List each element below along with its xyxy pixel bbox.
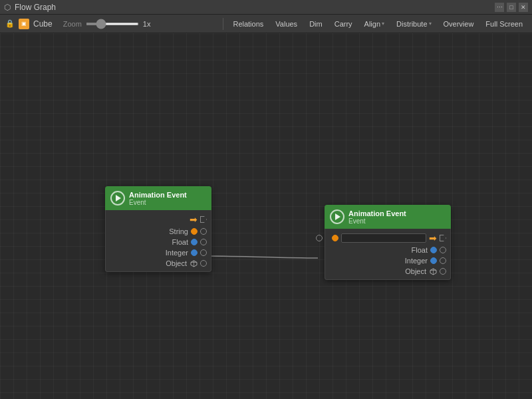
zoom-label: Zoom <box>63 20 82 28</box>
node-1-arrow-out-icon: ➡ <box>190 214 198 225</box>
node-2[interactable]: Animation Event Event ➡ Float <box>325 205 451 280</box>
node-1-flow-row: ➡ <box>106 213 211 226</box>
node-2-body: ➡ Float Integer Object <box>325 229 451 280</box>
dim-button[interactable]: Dim <box>305 19 327 29</box>
separator <box>223 18 223 30</box>
zoom-value: 1x <box>143 20 151 28</box>
cube-label: Cube <box>33 19 53 29</box>
node-2-header: Animation Event Event <box>325 205 451 229</box>
title-bar-title: Flow Graph <box>15 3 491 12</box>
app-icon: ⬡ <box>4 3 11 12</box>
node-2-title: Animation Event <box>348 209 406 217</box>
node-1-body: ➡ String Float Integer Object <box>105 210 211 272</box>
node-1-port-string: String <box>106 226 211 237</box>
node-1-port-float: Float <box>106 237 211 247</box>
node-2-object-circle[interactable] <box>440 268 446 275</box>
node-2-arrow-out-icon: ➡ <box>429 233 437 243</box>
maximize-button[interactable]: □ <box>507 3 516 12</box>
node-2-integer-label: Integer <box>329 257 428 265</box>
node-2-float-label: Float <box>329 246 428 254</box>
node-2-port-integer: Integer <box>325 255 450 266</box>
node-1-header-text: Animation Event Event <box>129 191 187 206</box>
node-1-float-circle[interactable] <box>200 239 207 245</box>
node-1-port-integer: Integer <box>106 247 211 258</box>
node-2-object-cube-icon[interactable] <box>429 267 437 275</box>
node-2-integer-dot[interactable] <box>430 257 437 264</box>
node-1-port-object: Object <box>106 258 211 269</box>
node-2-header-text: Animation Event Event <box>348 209 406 225</box>
node-2-flow-port[interactable] <box>440 235 446 241</box>
close-button[interactable]: ✕ <box>519 3 528 12</box>
node-2-input-row: ➡ <box>325 231 450 245</box>
node-1[interactable]: Animation Event Event ➡ String Float <box>105 186 211 272</box>
node-2-subtitle: Event <box>348 217 406 225</box>
toolbar: 🔒 ▣ Cube Zoom 1x Relations Values Dim Ca… <box>0 15 532 33</box>
window-controls: ⋯ □ ✕ <box>495 3 528 12</box>
cube-icon: ▣ <box>19 19 29 29</box>
node-1-float-dot[interactable] <box>191 239 198 245</box>
node-1-subtitle: Event <box>129 199 187 206</box>
distribute-dropdown-arrow: ▾ <box>429 21 432 27</box>
node-2-input-dot[interactable] <box>332 235 338 241</box>
node-2-object-label: Object <box>329 267 426 275</box>
fullscreen-button[interactable]: Full Screen <box>481 19 527 29</box>
node-2-float-dot[interactable] <box>430 247 437 253</box>
node-2-float-circle[interactable] <box>440 247 446 253</box>
node-1-integer-label: Integer <box>110 249 188 257</box>
distribute-label: Distribute <box>396 20 427 28</box>
node-1-object-circle[interactable] <box>200 260 207 267</box>
node-1-integer-dot[interactable] <box>191 249 198 256</box>
connection-svg <box>0 33 532 399</box>
align-label: Align <box>364 20 380 28</box>
node-2-integer-circle[interactable] <box>440 257 446 264</box>
carry-button[interactable]: Carry <box>331 19 356 29</box>
flow-canvas[interactable]: Animation Event Event ➡ String Float <box>0 33 532 399</box>
node-1-object-label: Object <box>110 259 187 267</box>
node-1-string-label: String <box>110 227 188 235</box>
align-dropdown-arrow: ▾ <box>382 21 384 27</box>
values-button[interactable]: Values <box>271 19 301 29</box>
node-1-title: Animation Event <box>129 191 187 199</box>
distribute-button[interactable]: Distribute ▾ <box>392 19 435 29</box>
node-2-port-float: Float <box>325 245 450 255</box>
node-1-header: Animation Event Event <box>105 186 211 210</box>
node-1-integer-circle[interactable] <box>200 249 207 256</box>
play-triangle-icon-2 <box>335 213 340 220</box>
zoom-slider[interactable] <box>86 23 139 25</box>
node-2-left-port[interactable] <box>316 235 323 241</box>
play-triangle-icon <box>116 195 121 201</box>
title-bar: ⬡ Flow Graph ⋯ □ ✕ <box>0 0 532 15</box>
menu-button[interactable]: ⋯ <box>495 3 504 12</box>
node-1-float-label: Float <box>110 238 188 246</box>
lock-icon: 🔒 <box>5 19 15 28</box>
overview-button[interactable]: Overview <box>440 19 478 29</box>
node-1-play-button[interactable] <box>110 191 125 205</box>
align-button[interactable]: Align ▾ <box>360 19 388 29</box>
node-1-string-dot[interactable] <box>191 228 198 235</box>
node-1-string-circle[interactable] <box>200 228 207 235</box>
node-2-port-object: Object <box>325 266 450 277</box>
node-2-play-button[interactable] <box>330 209 344 224</box>
node-2-input-field[interactable] <box>341 233 426 243</box>
relations-button[interactable]: Relations <box>229 19 267 29</box>
node-1-object-cube-icon[interactable] <box>190 259 198 267</box>
node-1-flow-port[interactable] <box>200 216 207 223</box>
